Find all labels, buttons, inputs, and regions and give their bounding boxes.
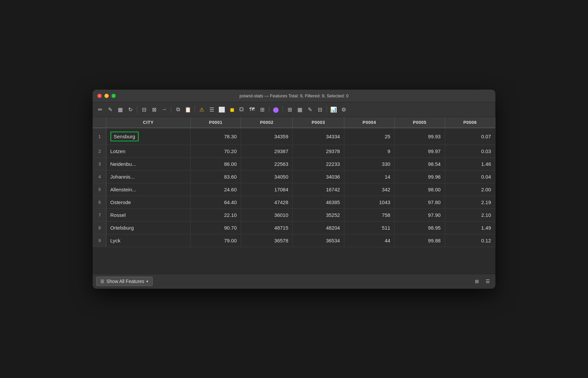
cell-p0006[interactable]: 1.49: [445, 221, 495, 234]
table-row[interactable]: 9Lyck79.0036578365344499.880.12: [93, 234, 495, 247]
cell-p0002[interactable]: 48715: [241, 221, 293, 234]
cell-p0001[interactable]: 70.20: [191, 145, 241, 157]
cell-p0002[interactable]: 22563: [241, 157, 293, 170]
cell-p0002[interactable]: 47428: [241, 196, 293, 208]
settings-icon[interactable]: ⚙: [339, 105, 348, 114]
cell-p0005[interactable]: 98.00: [394, 183, 445, 196]
cell-p0003[interactable]: 34036: [293, 170, 344, 183]
pencil-icon[interactable]: ✏: [95, 105, 105, 114]
cell-p0004[interactable]: 342: [344, 183, 394, 196]
cell-city[interactable]: Sensburg: [106, 128, 191, 145]
cell-p0001[interactable]: 78.30: [191, 128, 241, 145]
cell-p0003[interactable]: 29378: [293, 145, 344, 157]
header-p0001[interactable]: P0001: [191, 117, 241, 128]
cell-p0004[interactable]: 14: [344, 170, 394, 183]
table-row[interactable]: 1Sensburg78.3034359343342599.930.07: [93, 128, 495, 145]
grid2-icon[interactable]: ⊞: [257, 105, 267, 114]
cell-p0001[interactable]: 79.00: [191, 234, 241, 247]
cell-p0001[interactable]: 83.60: [191, 170, 241, 183]
cell-p0002[interactable]: 34359: [241, 128, 293, 145]
cell-p0006[interactable]: 1.46: [445, 157, 495, 170]
map-open-icon[interactable]: 🗺: [247, 105, 257, 114]
refresh-icon[interactable]: ↻: [126, 105, 135, 114]
delete-row-icon[interactable]: ⊠: [149, 105, 159, 114]
table-row[interactable]: 2Lotzen70.202938729378999.970.03: [93, 145, 495, 157]
edit-table-icon[interactable]: ✎: [105, 105, 115, 114]
cell-city[interactable]: Johannis...: [106, 170, 191, 183]
header-p0002[interactable]: P0002: [241, 117, 293, 128]
cell-p0006[interactable]: 2.10: [445, 208, 495, 221]
cell-p0002[interactable]: 34050: [241, 170, 293, 183]
show-all-features-button[interactable]: ☰ Show All Features ▾: [96, 277, 153, 286]
cell-p0001[interactable]: 90.70: [191, 221, 241, 234]
cell-p0004[interactable]: 1043: [344, 196, 394, 208]
cell-p0001[interactable]: 64.40: [191, 196, 241, 208]
cell-p0002[interactable]: 36010: [241, 208, 293, 221]
cell-p0003[interactable]: 34334: [293, 128, 344, 145]
cell-city[interactable]: Lyck: [106, 234, 191, 247]
table-row[interactable]: 8Ortelsburg90.70487154820451198.951.49: [93, 221, 495, 234]
footer-list-icon[interactable]: ☰: [483, 277, 492, 286]
cell-p0001[interactable]: 24.60: [191, 183, 241, 196]
cell-p0005[interactable]: 97.90: [394, 208, 445, 221]
cell-city[interactable]: Ortelsburg: [106, 221, 191, 234]
stats-icon[interactable]: 📊: [329, 105, 338, 114]
edit4-icon[interactable]: ✎: [305, 105, 314, 114]
cell-p0001[interactable]: 22.10: [191, 208, 241, 221]
header-city[interactable]: CITY: [106, 117, 191, 128]
header-p0003[interactable]: P0003: [293, 117, 344, 128]
cell-p0006[interactable]: 0.07: [445, 128, 495, 145]
warning-icon[interactable]: ⚠: [197, 105, 206, 114]
cell-p0006[interactable]: 0.04: [445, 170, 495, 183]
footer-table-icon[interactable]: ⊞: [473, 277, 481, 286]
minimize-button[interactable]: [104, 94, 109, 98]
cell-p0003[interactable]: 46385: [293, 196, 344, 208]
cell-p0004[interactable]: 9: [344, 145, 394, 157]
delete-column-icon[interactable]: ⊟: [139, 105, 149, 114]
cell-p0006[interactable]: 0.12: [445, 234, 495, 247]
cell-city[interactable]: Lotzen: [106, 145, 191, 157]
cell-p0005[interactable]: 99.97: [394, 145, 445, 157]
cell-p0003[interactable]: 48204: [293, 221, 344, 234]
list-icon[interactable]: ☰: [207, 105, 216, 114]
table4-icon[interactable]: ▦: [295, 105, 304, 114]
cell-p0004[interactable]: 511: [344, 221, 394, 234]
cell-p0006[interactable]: 2.19: [445, 196, 495, 208]
cell-p0005[interactable]: 99.93: [394, 128, 445, 145]
table-row[interactable]: 6Osterode64.404742846385104397.802.19: [93, 196, 495, 208]
cell-city[interactable]: Osterode: [106, 196, 191, 208]
multi-table-icon[interactable]: ⊟: [315, 105, 325, 114]
cell-p0003[interactable]: 36534: [293, 234, 344, 247]
maximize-button[interactable]: [111, 94, 116, 98]
cell-p0005[interactable]: 98.95: [394, 221, 445, 234]
cell-p0005[interactable]: 97.80: [394, 196, 445, 208]
circle-select-icon[interactable]: ⬤: [271, 105, 281, 114]
table-row[interactable]: 7Rossel22.10360103525275897.902.10: [93, 208, 495, 221]
highlight-icon[interactable]: ◼: [227, 105, 237, 114]
paste-icon[interactable]: 📋: [183, 105, 193, 114]
header-p0005[interactable]: P0005: [394, 117, 445, 128]
table-view-icon[interactable]: ▦: [115, 105, 125, 114]
cell-p0002[interactable]: 29387: [241, 145, 293, 157]
close-button[interactable]: [97, 94, 102, 98]
cell-city[interactable]: Neidenbu...: [106, 157, 191, 170]
cell-p0003[interactable]: 35252: [293, 208, 344, 221]
cell-p0002[interactable]: 36578: [241, 234, 293, 247]
cell-p0006[interactable]: 2.00: [445, 183, 495, 196]
cell-city[interactable]: Allenstein...: [106, 183, 191, 196]
cell-p0004[interactable]: 44: [344, 234, 394, 247]
cell-p0003[interactable]: 22233: [293, 157, 344, 170]
filter-icon[interactable]: ⛋: [237, 105, 247, 114]
header-p0004[interactable]: P0004: [344, 117, 394, 128]
table-row[interactable]: 3Neidenbu...86.00225632223333098.541.46: [93, 157, 495, 170]
table3-icon[interactable]: ⊞: [285, 105, 294, 114]
cell-p0001[interactable]: 86.00: [191, 157, 241, 170]
cell-p0005[interactable]: 98.54: [394, 157, 445, 170]
cell-p0002[interactable]: 17084: [241, 183, 293, 196]
header-p0006[interactable]: P0006: [445, 117, 495, 128]
cell-p0004[interactable]: 330: [344, 157, 394, 170]
deselect-icon[interactable]: ⬜: [217, 105, 227, 114]
cell-p0005[interactable]: 99.88: [394, 234, 445, 247]
cell-p0005[interactable]: 99.96: [394, 170, 445, 183]
table-row[interactable]: 5Allenstein...24.60170841674234298.002.0…: [93, 183, 495, 196]
